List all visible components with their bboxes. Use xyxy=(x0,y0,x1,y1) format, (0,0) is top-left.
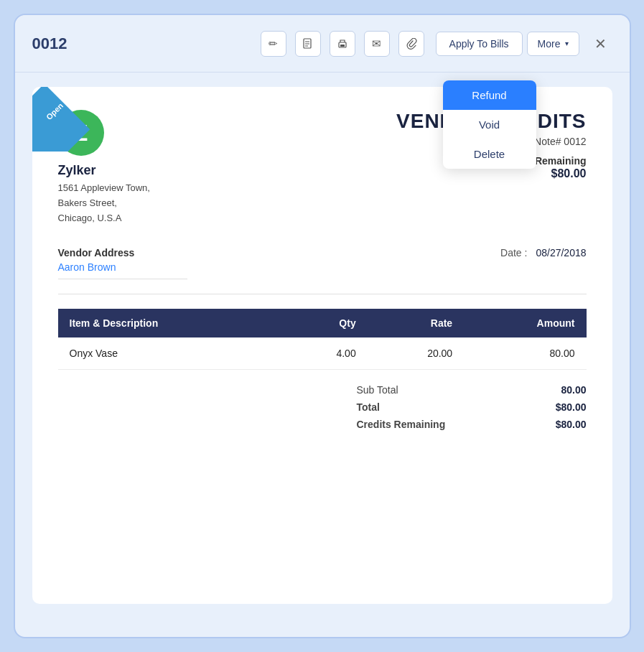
subtotal-value: 80.00 xyxy=(561,384,586,396)
date-value: 08/27/2018 xyxy=(536,247,586,259)
vendor-address-label: Vendor Address xyxy=(58,247,187,259)
credits-remaining-label: Credits Remaining xyxy=(357,419,446,430)
more-dropdown-wrapper: More ▾ Refund Void Delete xyxy=(527,32,579,56)
close-button[interactable]: ✕ xyxy=(589,32,612,55)
svg-rect-5 xyxy=(340,45,345,47)
item-rate: 20.00 xyxy=(368,337,464,370)
table-row: Onyx Vase 4.00 20.00 80.00 xyxy=(58,337,587,370)
pdf-icon[interactable] xyxy=(295,31,321,57)
modal-header: 0012 ✏ ✉ xyxy=(15,15,630,73)
credits-remaining-row: Credits Remaining $80.00 xyxy=(357,419,587,430)
subtotal-row: Sub Total 80.00 xyxy=(357,384,587,396)
table-header: Item & Description Qty Rate Amount xyxy=(58,309,587,337)
col-amount: Amount xyxy=(464,309,586,337)
items-table: Item & Description Qty Rate Amount Onyx … xyxy=(58,309,587,370)
item-qty: 4.00 xyxy=(282,337,368,370)
attachment-icon[interactable] xyxy=(398,31,424,57)
vendor-contact-link[interactable]: Aaron Brown xyxy=(58,261,187,273)
vendor-address-line1: 1561 Appleview Town, xyxy=(58,182,150,193)
credits-remaining-header-value: $80.00 xyxy=(396,167,586,180)
void-menu-item[interactable]: Void xyxy=(443,110,536,139)
item-amount: 80.00 xyxy=(464,337,586,370)
modal-container: 0012 ✏ ✉ xyxy=(14,14,631,638)
edit-icon[interactable]: ✏ xyxy=(261,31,286,57)
apply-to-bills-button[interactable]: Apply To Bills xyxy=(436,32,523,56)
document-number: 0012 xyxy=(32,34,67,53)
totals-block: Sub Total 80.00 Total $80.00 Credits Rem… xyxy=(58,384,587,430)
toolbar-icons: ✏ ✉ xyxy=(261,31,424,57)
vendor-address-line2: Bakers Street, xyxy=(58,197,117,208)
more-button[interactable]: More ▾ xyxy=(527,32,579,56)
date-label: Date : xyxy=(500,247,527,259)
subtotal-label: Sub Total xyxy=(357,384,398,396)
status-ribbon: Open xyxy=(32,87,97,152)
more-dropdown-menu: Refund Void Delete xyxy=(443,80,536,169)
refund-menu-item[interactable]: Refund xyxy=(443,80,536,110)
total-row: Total $80.00 xyxy=(357,401,587,413)
more-label: More xyxy=(538,38,561,50)
item-name: Onyx Vase xyxy=(58,337,282,370)
col-item: Item & Description xyxy=(58,309,282,337)
print-icon[interactable] xyxy=(330,31,355,57)
col-rate: Rate xyxy=(368,309,464,337)
date-block: Date : 08/27/2018 xyxy=(500,247,586,259)
table-body: Onyx Vase 4.00 20.00 80.00 xyxy=(58,337,587,370)
mid-section: Vendor Address Aaron Brown Date : 08/27/… xyxy=(58,247,587,294)
credits-remaining-value: $80.00 xyxy=(556,419,587,430)
vendor-address-section: Vendor Address Aaron Brown xyxy=(58,247,187,284)
chevron-down-icon: ▾ xyxy=(565,39,569,47)
vendor-address-line3: Chicago, U.S.A xyxy=(58,213,122,223)
vendor-name: Zylker xyxy=(58,163,150,178)
vendor-address: 1561 Appleview Town, Bakers Street, Chic… xyxy=(58,181,150,225)
modal-body: Open Z Zylker 1561 Appleview Town, Baker… xyxy=(15,73,630,637)
address-underline xyxy=(58,279,187,279)
delete-menu-item[interactable]: Delete xyxy=(443,139,536,169)
total-label: Total xyxy=(357,401,380,413)
mail-icon[interactable]: ✉ xyxy=(364,31,390,57)
total-value: $80.00 xyxy=(556,401,587,413)
status-badge: Open xyxy=(34,90,75,132)
col-qty: Qty xyxy=(282,309,368,337)
